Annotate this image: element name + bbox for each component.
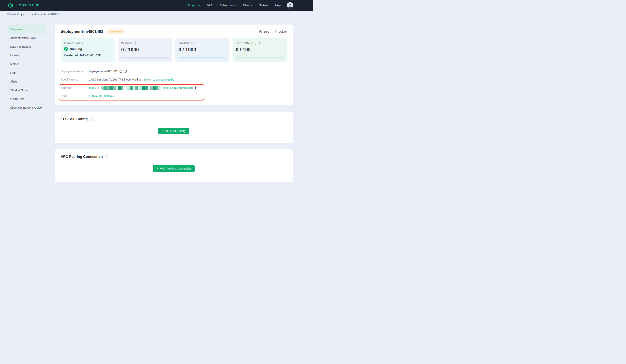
user-avatar[interactable]: [287, 2, 293, 8]
free-traffic-value: 0 / 100: [236, 47, 283, 52]
help-icon[interactable]: ?: [258, 41, 261, 45]
specifications-row: Specifications: 1,000 Sessions / 1,000 T…: [61, 75, 287, 84]
ports-label: Ports:: [61, 95, 89, 98]
address-label: Address:: [61, 86, 89, 89]
sidebar-item-data-integrations[interactable]: Data Integrations: [7, 42, 46, 51]
main-content: deployment-m4801481 Professional Stop: [55, 25, 293, 182]
plan-badge: Professional: [106, 30, 124, 34]
nav-item-help[interactable]: Help: [275, 4, 281, 7]
pubsub-tps-label: Pub&Sub TPS: [179, 41, 196, 45]
delete-button[interactable]: Delete: [274, 30, 287, 33]
tls-ssl-card: TLS/SSL Config ? + TLS/SSL Config: [55, 112, 293, 144]
sidebar-item-client-connections-guide[interactable]: Client Connections Guide: [7, 103, 46, 112]
brand-name: EMQX CLOUD: [16, 3, 39, 7]
pubsub-tps-progress-bar: [179, 57, 226, 59]
add-tls-ssl-config-button[interactable]: + TLS/SSL Config: [158, 128, 189, 134]
address-suffix: -east-1.amazonaws.com: [162, 86, 193, 89]
sidebar: Overview Authentication & ACL ▾ Data Int…: [0, 18, 50, 112]
free-traffic-progress-bar: [236, 57, 283, 59]
sessions-card: Sessions ? 0 / 1000: [118, 38, 172, 62]
plus-icon: +: [156, 167, 158, 170]
deployment-title: deployment-m4801481: [61, 29, 103, 34]
instance-status-label: Instance status: [64, 41, 82, 45]
switch-annual-prepaid-link[interactable]: Switch to annual prepaid: [144, 78, 174, 81]
breadcrumb-project[interactable]: Default Project: [7, 13, 26, 16]
sessions-value: 0 / 1000: [121, 47, 169, 52]
deployment-name-value: deployment-m4801481: [89, 70, 117, 73]
sidebar-item-metrics[interactable]: Metrics: [7, 60, 46, 69]
deployment-overview-card: deployment-m4801481 Professional Stop: [55, 25, 293, 106]
deployment-name-label: Deployment Name:: [61, 70, 89, 73]
help-icon[interactable]: ?: [105, 155, 108, 158]
address-redaction: [101, 86, 160, 90]
sidebar-item-authentication-acl[interactable]: Authentication & ACL ▾: [7, 34, 46, 42]
help-icon[interactable]: ?: [134, 41, 137, 45]
pubsub-tps-card: Pub&Sub TPS 0 / 1000: [175, 38, 230, 62]
nav-item-subaccounts[interactable]: Subaccounts: [220, 4, 236, 7]
add-vpc-peering-button[interactable]: + VPC Peering Connection: [153, 165, 195, 172]
ports-row: Ports: 1883(mqtt), 8083(ws): [61, 92, 287, 100]
instance-status-card: Instance status Running Created At: 2023…: [61, 38, 115, 62]
nav-item-projects[interactable]: Projects ▾: [188, 4, 200, 7]
ports-value: 1883(mqtt), 8083(ws): [89, 95, 116, 98]
deployment-name-row: Deployment Name: deployment-m4801481: [61, 67, 287, 75]
nav-item-tickets[interactable]: Tickets: [259, 4, 268, 7]
instance-status-value: Running: [70, 47, 82, 51]
sessions-progress-bar: [121, 57, 169, 59]
specifications-value: 1,000 Sessions / 1,000 TPS | Hourly bill…: [89, 78, 142, 81]
sidebar-item-online-test[interactable]: Online Test: [7, 95, 46, 103]
brand[interactable]: EMQX CLOUD: [7, 2, 39, 8]
breadcrumb: Default Project / deployment-m4801481: [0, 11, 313, 18]
stop-icon: [259, 30, 262, 33]
specifications-label: Specifications:: [61, 78, 89, 81]
sidebar-item-overview[interactable]: Overview: [7, 25, 46, 34]
nav-menu: Projects ▾ VAS Subaccounts Billing ▾ Tic…: [188, 4, 281, 7]
free-traffic-label: Free Traffic (GB): [236, 41, 256, 45]
sidebar-item-shadow-service[interactable]: Shadow Service: [7, 86, 46, 95]
help-icon[interactable]: ?: [90, 117, 93, 121]
chevron-down-icon: ▾: [251, 5, 252, 6]
edit-icon[interactable]: [124, 70, 127, 73]
trash-icon: [274, 30, 277, 33]
check-circle-icon: [64, 47, 68, 51]
emqx-logo-icon: [7, 2, 14, 8]
stop-button[interactable]: Stop: [259, 30, 269, 33]
sidebar-item-monitor[interactable]: Monitor: [7, 51, 46, 60]
vpc-peering-card: VPC Peering Connection ? + VPC Peering C…: [55, 149, 293, 182]
breadcrumb-current: deployment-m4801481: [31, 13, 59, 16]
plus-icon: +: [162, 129, 164, 132]
top-nav: EMQX CLOUD Projects ▾ VAS Subaccounts Bi…: [0, 0, 313, 11]
copy-icon[interactable]: [195, 86, 197, 89]
chevron-down-icon: ▾: [44, 34, 45, 42]
breadcrumb-separator: /: [28, 13, 29, 16]
address-row: Address: m48014 -east-1.amazonaws.com: [61, 84, 287, 92]
nav-item-billing[interactable]: Billing ▾: [243, 4, 252, 7]
chevron-down-icon: ▾: [199, 5, 200, 6]
deployment-details: Deployment Name: deployment-m4801481: [61, 67, 287, 100]
pubsub-tps-value: 0 / 1000: [179, 47, 226, 52]
sidebar-item-logs[interactable]: Logs: [7, 69, 46, 77]
copy-icon[interactable]: [119, 70, 122, 73]
sidebar-item-alerts[interactable]: Alerts: [7, 77, 46, 86]
tls-ssl-title: TLS/SSL Config: [61, 117, 88, 121]
created-at: Created At: 2023.01.05 15:54: [64, 54, 112, 57]
nav-item-vas[interactable]: VAS: [207, 4, 213, 7]
stat-cards: Instance status Running Created At: 2023…: [61, 38, 287, 62]
vpc-peering-title: VPC Peering Connection: [61, 155, 103, 159]
sessions-label: Sessions: [121, 41, 132, 45]
address-prefix: m48014: [89, 86, 99, 89]
free-traffic-card: Free Traffic (GB) ? 0 / 100: [233, 38, 287, 62]
